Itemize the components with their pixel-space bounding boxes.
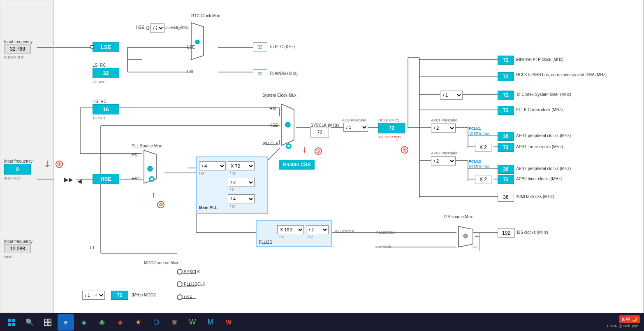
mco2-output-value: 72 xyxy=(111,291,128,300)
m-label: / M xyxy=(199,170,204,175)
svg-rect-76 xyxy=(12,323,15,326)
app4-icon: ★ xyxy=(135,318,141,326)
ahb-prescaler-select[interactable]: / 1 xyxy=(343,123,368,132)
input-freq-2-value[interactable]: 8 xyxy=(4,164,31,175)
mco2-sysclk-wrap[interactable]: SYSCLK xyxy=(177,269,200,275)
to-iwdg-label: To IWDG (KHz) xyxy=(269,71,298,76)
taskbar-taskview[interactable] xyxy=(39,314,56,331)
input-freq-3-value[interactable]: 12.288 xyxy=(4,244,31,253)
cortex-sys-value: 72 xyxy=(498,91,514,100)
main-pll-title: Main PLL xyxy=(199,205,217,210)
sys-mux-shape xyxy=(280,102,296,147)
mco2-hse-radio[interactable] xyxy=(177,294,183,300)
hse-arrows: ▶▶ xyxy=(64,176,73,183)
apb1-peripheral-label: APB1 peripheral clocks (MHz) xyxy=(516,133,571,138)
sysclk-label: SYSCLK (MHz) xyxy=(310,123,339,128)
input-freq-2-label: Input frequency xyxy=(4,159,32,163)
plli2sclk-label: PLLI2SCLK xyxy=(335,228,354,233)
plli2s-n-wrap[interactable]: X 192 xyxy=(277,225,304,234)
plli2s-r-select[interactable]: / 2 xyxy=(306,225,329,234)
taskbar-app8[interactable]: M xyxy=(202,314,219,331)
mco2-sysclk-radio[interactable] xyxy=(177,269,183,275)
pclk2-label: PCLK2 xyxy=(469,159,481,163)
apb2-peripheral-label: APB2 peripheral clocks (MHz) xyxy=(516,166,571,171)
lsi-box: 32 xyxy=(93,68,119,78)
taskbar-app2[interactable]: ◉ xyxy=(94,314,110,331)
enable-css-button[interactable]: Enable CSS xyxy=(279,160,315,170)
hse-rtc-output-label: HSE_RTC xyxy=(171,25,188,30)
taskbar-app5[interactable]: ⬡ xyxy=(148,314,164,331)
edge-icon: e xyxy=(64,319,67,326)
pll-hse-radio[interactable] xyxy=(149,176,155,182)
i2s-label: I2S clocks (MHz) xyxy=(517,230,548,235)
to-iwdg-value: 32 xyxy=(253,69,267,78)
input-freq-2-range: 4-26 MHz xyxy=(4,175,20,180)
csdn-s-icon: S xyxy=(622,317,625,322)
apb1-peripheral-value: 36 xyxy=(498,132,514,141)
start-button[interactable] xyxy=(3,314,20,331)
usb-48mhz-label: 48MHz clocks (MHz) xyxy=(516,194,554,199)
cortex-div1-select[interactable]: / 1 xyxy=(440,91,463,100)
apb2-prescaler-select[interactable]: / 2 xyxy=(431,156,456,166)
input3-connector xyxy=(90,246,94,249)
app5-icon: ⬡ xyxy=(153,318,159,326)
taskbar-app9[interactable]: W xyxy=(220,314,237,331)
svg-rect-77 xyxy=(44,319,47,322)
taskbar-app3[interactable]: ◈ xyxy=(112,314,128,331)
pllclk-radio[interactable] xyxy=(286,143,292,149)
apb1-prescaler-wrap[interactable]: / 2 xyxy=(431,124,456,133)
hsi-sys-label: HSI xyxy=(269,106,276,111)
arrow-up-2: ↑ xyxy=(151,189,156,200)
csdn-area: S 中 🌙 CSDN @Jack_pipi_ xyxy=(607,315,640,328)
cortex-div1-wrap[interactable]: / 1 xyxy=(440,91,463,100)
ethernet-value: 72 xyxy=(498,56,514,65)
mco2-plli2sclk-wrap[interactable]: PLLI2SCLK xyxy=(177,281,205,287)
mco2-plli2sclk-radio[interactable] xyxy=(177,281,183,287)
apb2-timer-label: APB2 timer clocks (MHz) xyxy=(516,176,562,181)
hsi-unit: 16 MHz xyxy=(93,115,105,120)
taskview-icon xyxy=(44,319,51,326)
plli2s-r-wrap[interactable]: / 2 xyxy=(306,225,329,234)
sysclk-value: 72 xyxy=(310,128,329,138)
taskbar-app1[interactable]: ◈ xyxy=(76,314,92,331)
q-div-select[interactable]: / 4 xyxy=(228,194,255,203)
apb1-timer-mul: X 2 xyxy=(475,143,491,152)
csdn-text: 中 xyxy=(626,316,630,322)
taskbar-app6[interactable]: ▣ xyxy=(166,314,183,331)
svg-point-72 xyxy=(463,234,468,238)
main-container: Input frequency 32.768 0-1000 KHz LSE LS… xyxy=(0,0,644,313)
p-div-select[interactable]: / 2 xyxy=(228,178,255,187)
annotation-3: ③ xyxy=(315,147,322,155)
svg-rect-74 xyxy=(12,319,15,322)
taskbar-search[interactable]: 🔍 xyxy=(21,314,38,331)
hse-pll-label: HSE xyxy=(132,176,140,181)
csdn-badge: S 中 🌙 xyxy=(619,315,640,323)
hse-box: HSE xyxy=(93,174,119,184)
csdn-username: CSDN @Jack_pipi_ xyxy=(607,324,640,328)
input-freq-1-value[interactable]: 32.768 xyxy=(4,44,31,54)
apb2-prescaler-label: APB2 Prescaler xyxy=(431,150,457,155)
hsi-box: 16 xyxy=(93,104,119,114)
system-clock-mux-title: System Clock Mux xyxy=(262,93,297,98)
hclk-label: HCLK (MHz) xyxy=(378,117,399,122)
taskbar-app7[interactable]: W xyxy=(184,314,201,331)
search-icon: 🔍 xyxy=(25,318,34,326)
main-pll-box: / 4 / M X 72 * N / 2 / P / xyxy=(196,156,268,214)
p-div-wrap[interactable]: / 2 xyxy=(228,178,255,187)
ahb-prescaler-select-wrap[interactable]: / 1 xyxy=(343,123,368,132)
lsi-rtc-input: LSI xyxy=(187,69,193,74)
svg-rect-73 xyxy=(8,319,11,322)
svg-rect-80 xyxy=(48,323,51,326)
q-div-wrap[interactable]: / 4 xyxy=(228,194,255,203)
taskbar-app4[interactable]: ★ xyxy=(130,314,146,331)
input-freq-3-label: Input frequency xyxy=(4,239,32,244)
apb2-prescaler-wrap[interactable]: / 2 xyxy=(431,156,456,166)
hclk-ahb-label: HCLK to AHB bus, core, memory and DMA (M… xyxy=(516,72,607,77)
mco2-hse-wrap[interactable]: HSE xyxy=(177,294,192,300)
plli2s-n-select[interactable]: X 192 xyxy=(277,225,304,234)
apb1-prescaler-select[interactable]: / 2 xyxy=(431,124,456,133)
lsi-rc-label: LSI RC xyxy=(93,63,106,68)
svg-rect-78 xyxy=(48,319,51,322)
taskbar-edge[interactable]: e xyxy=(58,314,74,331)
ext-clock-label: Ext clock xyxy=(376,244,391,249)
